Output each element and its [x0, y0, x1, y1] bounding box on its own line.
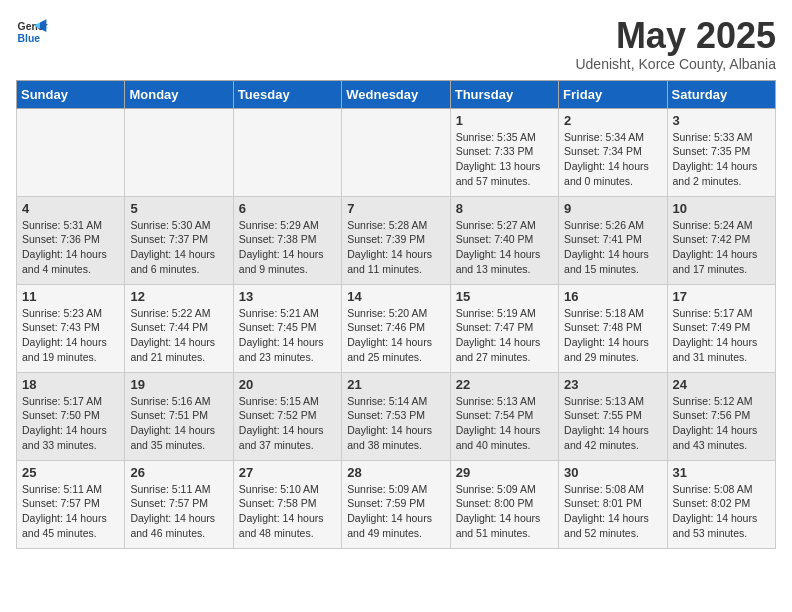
calendar-cell — [125, 108, 233, 196]
day-header-monday: Monday — [125, 80, 233, 108]
header-row: SundayMondayTuesdayWednesdayThursdayFrid… — [17, 80, 776, 108]
calendar-cell: 9Sunrise: 5:26 AMSunset: 7:41 PMDaylight… — [559, 196, 667, 284]
cell-info: Sunrise: 5:10 AMSunset: 7:58 PMDaylight:… — [239, 482, 336, 541]
cell-info: Sunrise: 5:27 AMSunset: 7:40 PMDaylight:… — [456, 218, 553, 277]
day-header-tuesday: Tuesday — [233, 80, 341, 108]
month-title: May 2025 — [575, 16, 776, 56]
day-number: 16 — [564, 289, 661, 304]
cell-info: Sunrise: 5:35 AMSunset: 7:33 PMDaylight:… — [456, 130, 553, 189]
calendar-cell: 3Sunrise: 5:33 AMSunset: 7:35 PMDaylight… — [667, 108, 775, 196]
week-row-2: 4Sunrise: 5:31 AMSunset: 7:36 PMDaylight… — [17, 196, 776, 284]
cell-info: Sunrise: 5:33 AMSunset: 7:35 PMDaylight:… — [673, 130, 770, 189]
svg-text:Blue: Blue — [18, 33, 41, 44]
day-number: 27 — [239, 465, 336, 480]
calendar-cell: 22Sunrise: 5:13 AMSunset: 7:54 PMDayligh… — [450, 372, 558, 460]
day-number: 25 — [22, 465, 119, 480]
calendar-cell: 15Sunrise: 5:19 AMSunset: 7:47 PMDayligh… — [450, 284, 558, 372]
calendar-cell: 18Sunrise: 5:17 AMSunset: 7:50 PMDayligh… — [17, 372, 125, 460]
logo: General Blue — [16, 16, 48, 48]
calendar-body: 1Sunrise: 5:35 AMSunset: 7:33 PMDaylight… — [17, 108, 776, 548]
calendar-cell: 1Sunrise: 5:35 AMSunset: 7:33 PMDaylight… — [450, 108, 558, 196]
cell-info: Sunrise: 5:13 AMSunset: 7:55 PMDaylight:… — [564, 394, 661, 453]
week-row-3: 11Sunrise: 5:23 AMSunset: 7:43 PMDayligh… — [17, 284, 776, 372]
cell-info: Sunrise: 5:18 AMSunset: 7:48 PMDaylight:… — [564, 306, 661, 365]
day-number: 15 — [456, 289, 553, 304]
day-header-wednesday: Wednesday — [342, 80, 450, 108]
day-number: 6 — [239, 201, 336, 216]
cell-info: Sunrise: 5:09 AMSunset: 8:00 PMDaylight:… — [456, 482, 553, 541]
calendar-cell: 23Sunrise: 5:13 AMSunset: 7:55 PMDayligh… — [559, 372, 667, 460]
cell-info: Sunrise: 5:08 AMSunset: 8:01 PMDaylight:… — [564, 482, 661, 541]
cell-info: Sunrise: 5:29 AMSunset: 7:38 PMDaylight:… — [239, 218, 336, 277]
cell-info: Sunrise: 5:14 AMSunset: 7:53 PMDaylight:… — [347, 394, 444, 453]
cell-info: Sunrise: 5:19 AMSunset: 7:47 PMDaylight:… — [456, 306, 553, 365]
calendar-cell: 2Sunrise: 5:34 AMSunset: 7:34 PMDaylight… — [559, 108, 667, 196]
day-header-sunday: Sunday — [17, 80, 125, 108]
cell-info: Sunrise: 5:34 AMSunset: 7:34 PMDaylight:… — [564, 130, 661, 189]
day-number: 28 — [347, 465, 444, 480]
day-number: 9 — [564, 201, 661, 216]
calendar-cell: 27Sunrise: 5:10 AMSunset: 7:58 PMDayligh… — [233, 460, 341, 548]
day-number: 29 — [456, 465, 553, 480]
logo-icon: General Blue — [16, 16, 48, 48]
cell-info: Sunrise: 5:31 AMSunset: 7:36 PMDaylight:… — [22, 218, 119, 277]
cell-info: Sunrise: 5:11 AMSunset: 7:57 PMDaylight:… — [130, 482, 227, 541]
calendar-cell: 19Sunrise: 5:16 AMSunset: 7:51 PMDayligh… — [125, 372, 233, 460]
calendar-cell: 14Sunrise: 5:20 AMSunset: 7:46 PMDayligh… — [342, 284, 450, 372]
cell-info: Sunrise: 5:23 AMSunset: 7:43 PMDaylight:… — [22, 306, 119, 365]
day-number: 8 — [456, 201, 553, 216]
cell-info: Sunrise: 5:24 AMSunset: 7:42 PMDaylight:… — [673, 218, 770, 277]
day-number: 31 — [673, 465, 770, 480]
calendar-cell: 31Sunrise: 5:08 AMSunset: 8:02 PMDayligh… — [667, 460, 775, 548]
day-number: 30 — [564, 465, 661, 480]
day-number: 22 — [456, 377, 553, 392]
cell-info: Sunrise: 5:17 AMSunset: 7:49 PMDaylight:… — [673, 306, 770, 365]
cell-info: Sunrise: 5:11 AMSunset: 7:57 PMDaylight:… — [22, 482, 119, 541]
calendar-cell: 11Sunrise: 5:23 AMSunset: 7:43 PMDayligh… — [17, 284, 125, 372]
location-subtitle: Udenisht, Korce County, Albania — [575, 56, 776, 72]
calendar-cell — [233, 108, 341, 196]
day-number: 26 — [130, 465, 227, 480]
calendar-cell: 10Sunrise: 5:24 AMSunset: 7:42 PMDayligh… — [667, 196, 775, 284]
day-number: 4 — [22, 201, 119, 216]
calendar-table: SundayMondayTuesdayWednesdayThursdayFrid… — [16, 80, 776, 549]
calendar-cell: 28Sunrise: 5:09 AMSunset: 7:59 PMDayligh… — [342, 460, 450, 548]
calendar-header: SundayMondayTuesdayWednesdayThursdayFrid… — [17, 80, 776, 108]
calendar-cell: 8Sunrise: 5:27 AMSunset: 7:40 PMDaylight… — [450, 196, 558, 284]
day-header-saturday: Saturday — [667, 80, 775, 108]
day-number: 21 — [347, 377, 444, 392]
calendar-cell: 5Sunrise: 5:30 AMSunset: 7:37 PMDaylight… — [125, 196, 233, 284]
day-number: 20 — [239, 377, 336, 392]
calendar-cell: 24Sunrise: 5:12 AMSunset: 7:56 PMDayligh… — [667, 372, 775, 460]
cell-info: Sunrise: 5:28 AMSunset: 7:39 PMDaylight:… — [347, 218, 444, 277]
day-number: 3 — [673, 113, 770, 128]
calendar-cell: 25Sunrise: 5:11 AMSunset: 7:57 PMDayligh… — [17, 460, 125, 548]
calendar-cell: 21Sunrise: 5:14 AMSunset: 7:53 PMDayligh… — [342, 372, 450, 460]
day-number: 18 — [22, 377, 119, 392]
cell-info: Sunrise: 5:20 AMSunset: 7:46 PMDaylight:… — [347, 306, 444, 365]
cell-info: Sunrise: 5:16 AMSunset: 7:51 PMDaylight:… — [130, 394, 227, 453]
day-number: 1 — [456, 113, 553, 128]
day-number: 14 — [347, 289, 444, 304]
calendar-cell: 4Sunrise: 5:31 AMSunset: 7:36 PMDaylight… — [17, 196, 125, 284]
calendar-cell: 7Sunrise: 5:28 AMSunset: 7:39 PMDaylight… — [342, 196, 450, 284]
cell-info: Sunrise: 5:15 AMSunset: 7:52 PMDaylight:… — [239, 394, 336, 453]
day-header-friday: Friday — [559, 80, 667, 108]
day-number: 7 — [347, 201, 444, 216]
calendar-cell: 30Sunrise: 5:08 AMSunset: 8:01 PMDayligh… — [559, 460, 667, 548]
day-number: 19 — [130, 377, 227, 392]
week-row-5: 25Sunrise: 5:11 AMSunset: 7:57 PMDayligh… — [17, 460, 776, 548]
cell-info: Sunrise: 5:22 AMSunset: 7:44 PMDaylight:… — [130, 306, 227, 365]
day-number: 13 — [239, 289, 336, 304]
day-number: 17 — [673, 289, 770, 304]
cell-info: Sunrise: 5:13 AMSunset: 7:54 PMDaylight:… — [456, 394, 553, 453]
day-number: 12 — [130, 289, 227, 304]
calendar-cell: 13Sunrise: 5:21 AMSunset: 7:45 PMDayligh… — [233, 284, 341, 372]
page-header: General Blue May 2025 Udenisht, Korce Co… — [16, 16, 776, 72]
cell-info: Sunrise: 5:30 AMSunset: 7:37 PMDaylight:… — [130, 218, 227, 277]
calendar-cell: 16Sunrise: 5:18 AMSunset: 7:48 PMDayligh… — [559, 284, 667, 372]
cell-info: Sunrise: 5:26 AMSunset: 7:41 PMDaylight:… — [564, 218, 661, 277]
week-row-1: 1Sunrise: 5:35 AMSunset: 7:33 PMDaylight… — [17, 108, 776, 196]
day-header-thursday: Thursday — [450, 80, 558, 108]
day-number: 11 — [22, 289, 119, 304]
